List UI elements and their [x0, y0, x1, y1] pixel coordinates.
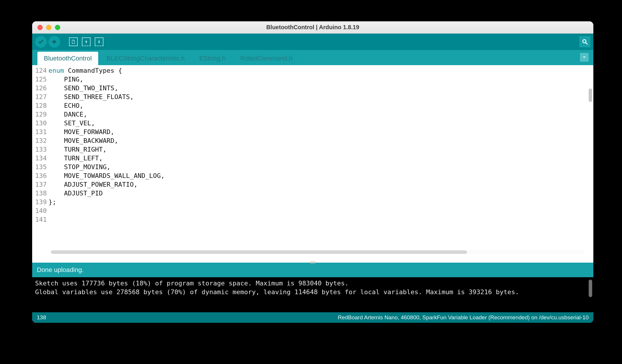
grip-icon: [310, 261, 316, 263]
line-number: 141: [32, 215, 49, 224]
horizontal-scrollbar[interactable]: [51, 250, 585, 254]
line-number: 139: [32, 198, 49, 207]
serial-monitor-button[interactable]: [579, 36, 590, 47]
tab-estring[interactable]: EString.h: [193, 52, 232, 65]
line-number: 132: [32, 136, 49, 145]
code-line[interactable]: MOVE_TOWARDS_WALL_AND_LOG,: [49, 171, 593, 180]
window-title: BluetoothControl | Arduino 1.8.19: [32, 24, 593, 31]
line-number: 135: [32, 163, 49, 171]
svg-line-1: [586, 43, 588, 44]
vertical-scrollbar[interactable]: [589, 89, 592, 102]
console-scrollbar[interactable]: [589, 280, 592, 297]
code-line[interactable]: TURN_RIGHT,: [49, 145, 593, 154]
code-line[interactable]: SET_VEL,: [49, 119, 593, 128]
line-number: 125: [32, 75, 49, 84]
tab-bluetoothcontrol[interactable]: BluetoothControl: [37, 52, 98, 65]
code-line[interactable]: ECHO,: [49, 101, 593, 110]
line-number: 131: [32, 128, 49, 136]
tab-menu-dropdown[interactable]: [580, 53, 589, 62]
toolbar: [32, 34, 593, 50]
save-sketch-button[interactable]: [94, 36, 105, 48]
code-line[interactable]: enum CommandTypes {: [49, 66, 593, 75]
code-line[interactable]: STOP_MOVING,: [49, 163, 593, 171]
status-bar: Done uploading.: [32, 263, 593, 277]
code-line[interactable]: SEND_TWO_INTS,: [49, 84, 593, 93]
editor-splitter[interactable]: [32, 256, 593, 263]
line-number: 133: [32, 145, 49, 154]
code-line[interactable]: ADJUST_POWER_RATIO,: [49, 180, 593, 189]
status-message-text: Done uploading.: [37, 266, 84, 274]
line-number: 130: [32, 119, 49, 128]
line-number-gutter: 1241251261271281291301311321331341351361…: [32, 65, 49, 256]
code-area[interactable]: enum CommandTypes { PING, SEND_TWO_INTS,…: [49, 65, 593, 256]
line-number: 140: [32, 207, 49, 215]
footer-bar: 138 RedBoard Artemis Nano, 460800, Spark…: [32, 312, 593, 323]
code-line[interactable]: ADJUST_PID: [49, 189, 593, 198]
tab-label: BluetoothControl: [44, 55, 92, 62]
code-line[interactable]: MOVE_BACKWARD,: [49, 136, 593, 145]
line-number: 128: [32, 101, 49, 110]
code-line[interactable]: };: [49, 198, 593, 207]
tab-label: BLECStringCharacteristic.h: [106, 55, 185, 62]
line-number: 126: [32, 84, 49, 93]
code-line[interactable]: MOVE_FORWARD,: [49, 128, 593, 136]
line-number: 124: [32, 66, 49, 75]
arduino-ide-window: BluetoothControl | Arduino 1.8.19: [32, 21, 593, 323]
chevron-down-icon: [582, 55, 586, 59]
code-line[interactable]: TURN_LEFT,: [49, 154, 593, 163]
cursor-line-indicator: 138: [37, 314, 46, 321]
console-line: Sketch uses 177736 bytes (18%) of progra…: [35, 280, 349, 287]
tab-label: EString.h: [199, 55, 226, 62]
code-line[interactable]: DANCE,: [49, 110, 593, 119]
verify-button[interactable]: [35, 36, 47, 48]
board-port-info: RedBoard Artemis Nano, 460800, SparkFun …: [338, 314, 589, 321]
code-line[interactable]: SEND_THREE_FLOATS,: [49, 93, 593, 101]
tab-label: RobotCommand.h: [240, 55, 293, 62]
code-editor[interactable]: 1241251261271281291301311321331341351361…: [32, 65, 593, 256]
tab-bar: BluetoothControl BLECStringCharacteristi…: [32, 50, 593, 65]
tab-robotcommand[interactable]: RobotCommand.h: [234, 52, 299, 65]
titlebar: BluetoothControl | Arduino 1.8.19: [32, 21, 593, 34]
line-number: 136: [32, 171, 49, 180]
upload-button[interactable]: [49, 36, 60, 48]
line-number: 134: [32, 154, 49, 163]
tab-blecstringcharacteristic[interactable]: BLECStringCharacteristic.h: [100, 52, 191, 65]
line-number: 129: [32, 110, 49, 119]
console-line: Global variables use 278568 bytes (70%) …: [35, 288, 519, 296]
code-line[interactable]: PING,: [49, 75, 593, 84]
line-number: 127: [32, 93, 49, 101]
line-number: 138: [32, 189, 49, 198]
new-sketch-button[interactable]: [68, 36, 79, 48]
line-number: 137: [32, 180, 49, 189]
open-sketch-button[interactable]: [81, 36, 92, 48]
build-output-console[interactable]: Sketch uses 177736 bytes (18%) of progra…: [32, 277, 593, 312]
